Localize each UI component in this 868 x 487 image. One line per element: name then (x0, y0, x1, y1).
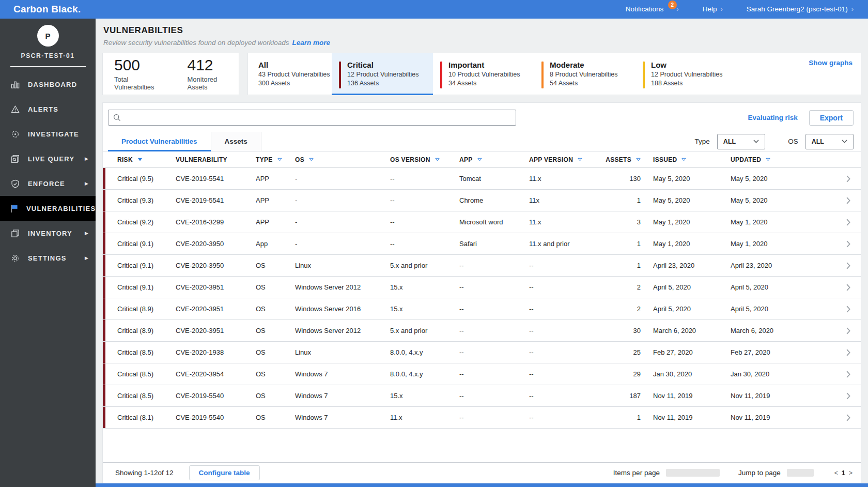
sort-icon (766, 158, 770, 161)
cell-app: Tomcat (459, 175, 529, 182)
sidebar-item-investigate[interactable]: INVESTIGATE (0, 121, 96, 146)
notifications-menu[interactable]: Notifications 2 › (626, 5, 679, 13)
sidebar-item-settings[interactable]: SETTINGS▶ (0, 246, 96, 270)
cell-updated: April 5, 2020 (731, 283, 836, 291)
table-row[interactable]: Critical (8.5)CVE-2020-3954OSWindows 78.… (103, 363, 861, 385)
column-header-issued[interactable]: ISSUED (653, 156, 731, 163)
sidebar-item-enforce[interactable]: ENFORCE▶ (0, 171, 96, 196)
table-row[interactable]: Critical (8.5)CVE-2020-1938OSLinux8.0.0,… (103, 342, 861, 363)
cell-vulnerability: CVE-2020-3951 (176, 283, 256, 291)
cell-type: OS (256, 370, 295, 378)
evaluating-risk-link[interactable]: Evaluating risk (748, 114, 798, 121)
sidebar-item-live-query[interactable]: LIVE QUERY▶ (0, 146, 96, 171)
column-header-risk[interactable]: RISK (103, 156, 176, 163)
table-row[interactable]: Critical (9.1)CVE-2020-3950App---Safari1… (103, 233, 861, 255)
cell-app: -- (459, 305, 529, 313)
cell-assets: 2 (601, 305, 653, 313)
table-row[interactable]: Critical (9.2)CVE-2016-3299APP---Microso… (103, 211, 861, 233)
row-chevron-icon[interactable] (846, 240, 850, 248)
org-switcher[interactable]: P PSCR-TEST-01 (0, 19, 96, 67)
cell-updated: April 23, 2020 (731, 262, 836, 269)
severity-tab-all[interactable]: All43 Product Vulnerabilties300 Assets (248, 53, 332, 95)
cell-updated: May 5, 2020 (731, 196, 836, 204)
row-chevron-icon[interactable] (846, 371, 850, 378)
brand-logo[interactable]: Carbon Black. (0, 4, 81, 15)
row-chevron-icon[interactable] (846, 284, 850, 291)
table-row[interactable]: Critical (9.1)CVE-2020-3951OSWindows Ser… (103, 277, 861, 298)
table-row[interactable]: Critical (9.5)CVE-2019-5541APP---Tomcat1… (103, 168, 861, 190)
configure-table-button[interactable]: Configure table (189, 465, 260, 480)
row-chevron-icon[interactable] (846, 197, 850, 204)
sidebar-item-dashboard[interactable]: DASHBOARD (0, 72, 96, 97)
cell-issued: Feb 27, 2020 (653, 348, 731, 356)
page-subtitle-text: Review security vulnerabilities found on… (103, 39, 289, 47)
column-header-os-version[interactable]: OS VERSION (390, 156, 459, 163)
severity-tab-important[interactable]: Important10 Product Vulnerabilties34 Ass… (433, 53, 534, 95)
row-chevron-icon[interactable] (846, 262, 850, 269)
severity-tab-label: Critical (347, 60, 419, 69)
show-graphs-link[interactable]: Show graphs (809, 59, 853, 67)
cell-os-version: 15.x (390, 392, 459, 400)
sidebar-item-alerts[interactable]: ALERTS (0, 97, 96, 121)
table-row[interactable]: Critical (8.1)CVE-2019-5540OSWindows 711… (103, 407, 861, 429)
cell-vulnerability: CVE-2020-3954 (176, 370, 256, 378)
severity-tab-assets: 54 Assets (550, 80, 618, 88)
cell-app-version: -- (529, 370, 601, 378)
os-filter-select[interactable]: ALL (805, 134, 854, 149)
cell-os: Windows Server 2016 (295, 305, 390, 313)
column-header-updated[interactable]: UPDATED (731, 156, 836, 163)
severity-tab-low[interactable]: Low12 Product Vulnerabilties188 Assets (636, 53, 737, 95)
tab-product-vulnerabilities[interactable]: Product Vulnerabilities (108, 132, 211, 151)
severity-tab-count: 43 Product Vulnerabilties (258, 71, 330, 79)
jump-to-page-input[interactable] (787, 469, 814, 477)
export-button[interactable]: Export (809, 110, 854, 126)
type-filter-select[interactable]: ALL (717, 134, 765, 149)
help-menu[interactable]: Help › (703, 5, 723, 13)
cell-app-version: -- (529, 262, 601, 269)
sort-icon (636, 158, 641, 161)
sidebar-item-label: ENFORCE (28, 180, 65, 188)
search-box[interactable] (108, 110, 516, 126)
severity-tab-critical[interactable]: Critical12 Product Vulnerabilties136 Ass… (332, 53, 433, 95)
column-header-assets[interactable]: ASSETS (601, 156, 653, 163)
row-chevron-icon[interactable] (846, 414, 850, 421)
bar-chart-icon (9, 79, 21, 89)
cell-app: Safari (459, 240, 529, 248)
chevron-right-icon: ▶ (85, 181, 88, 186)
row-chevron-icon[interactable] (846, 219, 850, 226)
row-chevron-icon[interactable] (846, 306, 850, 313)
prev-page-button[interactable]: < (834, 469, 838, 477)
sidebar-item-inventory[interactable]: INVENTORY▶ (0, 221, 96, 246)
table-row[interactable]: Critical (8.5)CVE-2019-5540OSWindows 715… (103, 385, 861, 407)
items-per-page-input[interactable] (666, 469, 720, 477)
cell-os-version: -- (390, 240, 459, 248)
cell-type: APP (256, 218, 295, 226)
cell-issued: May 5, 2020 (653, 196, 731, 204)
table-row[interactable]: Critical (8.9)CVE-2020-3951OSWindows Ser… (103, 298, 861, 320)
search-input[interactable] (125, 114, 511, 121)
sidebar-item-vulnerabilities[interactable]: VULNERABILITIES (0, 196, 96, 221)
learn-more-link[interactable]: Learn more (292, 39, 330, 47)
row-chevron-icon[interactable] (846, 392, 850, 400)
table-row[interactable]: Critical (8.9)CVE-2020-3951OSWindows Ser… (103, 320, 861, 342)
table-row[interactable]: Critical (9.3)CVE-2019-5541APP---Chrome1… (103, 190, 861, 211)
column-header-vulnerability[interactable]: VULNERABILITY (176, 156, 256, 163)
row-chevron-icon[interactable] (846, 349, 850, 356)
column-header-os[interactable]: OS (295, 156, 390, 163)
next-page-button[interactable]: > (849, 469, 853, 477)
severity-tab-assets: 300 Assets (258, 80, 330, 88)
tab-assets[interactable]: Assets (211, 132, 261, 151)
row-chevron-icon[interactable] (846, 327, 850, 334)
user-menu[interactable]: Sarah Greenberg2 (pscr-test-01) › (747, 5, 854, 13)
jump-to-page-label: Jump to page (738, 469, 781, 477)
row-chevron-icon[interactable] (846, 175, 850, 182)
column-header-type[interactable]: TYPE (256, 156, 295, 163)
table-row[interactable]: Critical (9.1)CVE-2020-3950OSLinux5.x an… (103, 255, 861, 277)
cell-type: OS (256, 283, 295, 291)
cell-app: -- (459, 392, 529, 400)
column-header-app[interactable]: APP (459, 156, 529, 163)
flag-icon (9, 203, 19, 214)
column-header-app-version[interactable]: APP VERSION (529, 156, 601, 163)
cell-os-version: -- (390, 196, 459, 204)
severity-tab-moderate[interactable]: Moderate8 Product Vulnerabilties54 Asset… (534, 53, 636, 95)
